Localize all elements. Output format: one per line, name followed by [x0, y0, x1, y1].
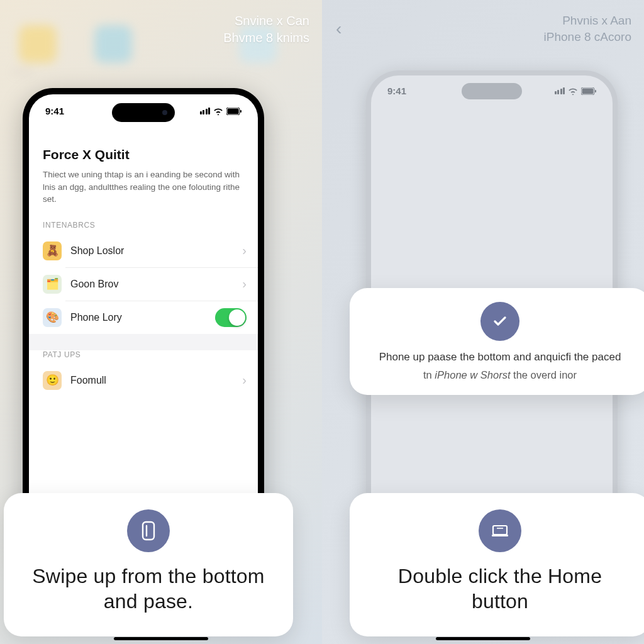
list-item[interactable]: 🧸 Shop Loslor › [29, 235, 258, 267]
checkmark-icon [480, 302, 519, 341]
panel-iphone-8: ‹ Phvnis x Aan iPhone 8 cAcoro 9:41 Phon… [322, 0, 644, 644]
swipe-icon [127, 509, 170, 552]
tip-title: Phone up paase the bottom and anquicfi t… [369, 350, 631, 365]
list-item-label: Foomull [70, 375, 233, 386]
status-time: 9:41 [45, 106, 64, 116]
status-time: 9:41 [387, 86, 406, 96]
battery-icon [226, 108, 242, 115]
svg-rect-3 [143, 522, 154, 540]
page-description: Thiect we uning thtap is an i eanding be… [29, 169, 258, 221]
header-line-1: Phvnis x Aan [544, 14, 631, 28]
list-item-label: Shop Loslor [70, 245, 233, 257]
home-indicator [114, 637, 208, 640]
instruction-card-swipe: Swipe up from the bottom and pase. [4, 493, 293, 636]
signal-icon [200, 108, 211, 114]
svg-rect-1 [228, 108, 239, 114]
app-icon: 🙂 [43, 371, 62, 390]
svg-rect-8 [493, 526, 507, 535]
list-item[interactable]: 🗂️ Goon Brov › [65, 267, 258, 301]
status-bar: 9:41 [371, 86, 613, 96]
chevron-right-icon: › [242, 373, 247, 387]
instruction-text: Swipe up from the bottom and pase. [24, 564, 273, 614]
svg-rect-6 [582, 88, 594, 94]
tip-card: Phone up paase the bottom and anquicfi t… [350, 288, 644, 395]
svg-rect-9 [492, 535, 508, 536]
home-button-icon [479, 509, 521, 552]
header-line-2: iPhone 8 cAcoro [544, 30, 631, 44]
chevron-right-icon: › [242, 243, 247, 258]
svg-rect-2 [240, 110, 242, 113]
status-bar: 9:41 [29, 106, 258, 116]
tip-subtitle: tn iPhone w Shorst the overd inor [369, 369, 631, 381]
back-button[interactable]: ‹ [336, 19, 341, 39]
home-indicator [436, 637, 530, 640]
panel-header-right: Phvnis x Aan iPhone 8 cAcoro [544, 14, 631, 44]
list-item[interactable]: 🎨 Phone Lory [65, 301, 258, 334]
settings-list-2: 🙂 Foomull › [29, 364, 258, 397]
section-header-2: PATJ UPS [29, 350, 258, 364]
app-icon: 🧸 [43, 242, 62, 260]
chevron-right-icon: › [242, 277, 247, 291]
settings-list-1: 🧸 Shop Loslor › 🗂️ Goon Brov › 🎨 Phone L… [29, 235, 258, 334]
wifi-icon [213, 108, 223, 115]
header-line-1: Snvine x Can [223, 14, 309, 28]
wifi-icon [568, 87, 578, 95]
panel-header-left: Snvine x Can Bhvme 8 knims [223, 14, 309, 45]
header-line-2: Bhvme 8 knims [223, 31, 309, 45]
panel-iphone-x: RJAUIS Snvine x Can Bhvme 8 knims 9:41 F… [0, 0, 322, 644]
battery-icon [581, 87, 596, 95]
toggle-switch[interactable] [215, 308, 247, 327]
list-item[interactable]: 🙂 Foomull › [29, 364, 258, 397]
status-icons [555, 86, 597, 96]
app-icon: 🎨 [43, 308, 62, 327]
bg-icon-label: RJAUIS [13, 69, 33, 75]
instruction-text: Double click the Home button [370, 564, 630, 614]
app-icon: 🗂️ [43, 275, 62, 294]
svg-rect-7 [595, 90, 596, 92]
instruction-card-home: Double click the Home button [350, 493, 644, 636]
signal-icon [555, 87, 565, 94]
section-header-1: INTENABRCS [29, 221, 258, 235]
page-title: Force X Quitit [29, 140, 258, 169]
list-item-label: Phone Lory [70, 312, 206, 323]
list-item-label: Goon Brov [70, 279, 233, 290]
status-icons [200, 106, 242, 116]
